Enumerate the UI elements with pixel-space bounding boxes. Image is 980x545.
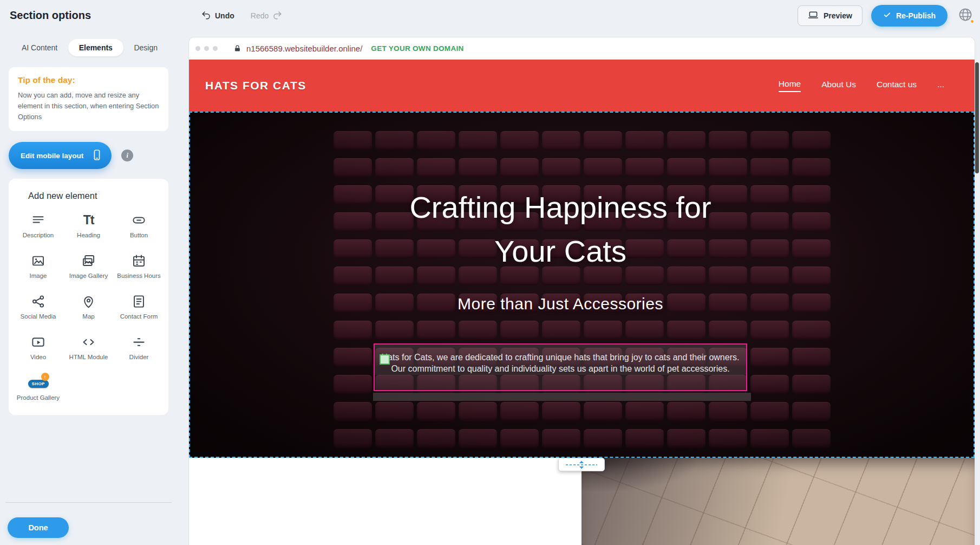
element-label: Heading bbox=[77, 231, 100, 239]
app: Section options Undo Redo Preview bbox=[0, 0, 980, 545]
nav-item-contact-us[interactable]: Contact us bbox=[877, 80, 917, 92]
topbar-actions: Preview Re-Publish bbox=[798, 0, 975, 31]
tab-design[interactable]: Design bbox=[134, 39, 158, 56]
image-icon bbox=[31, 252, 45, 269]
hero-heading[interactable]: Crafting Happiness for Your Cats bbox=[382, 185, 739, 273]
undo-icon bbox=[201, 10, 211, 22]
add-element-map[interactable]: Map bbox=[63, 287, 114, 325]
window-dot bbox=[213, 46, 218, 51]
redo-label: Redo bbox=[251, 11, 269, 20]
info-icon[interactable]: i bbox=[121, 150, 133, 161]
tip-title: Tip of the day: bbox=[18, 75, 159, 85]
divider-icon bbox=[132, 334, 146, 350]
next-section-image bbox=[582, 458, 975, 545]
site-url[interactable]: n1566589.websitebuilder.online/ bbox=[246, 44, 362, 53]
add-element-image[interactable]: Image bbox=[13, 246, 63, 284]
site-header: HATS FOR CATS HomeAbout UsContact us... bbox=[189, 60, 975, 112]
add-element-image-gallery[interactable]: Image Gallery bbox=[63, 246, 114, 284]
element-shadow-bar bbox=[373, 393, 751, 401]
element-grid: DescriptionTtHeadingButtonImageImage Gal… bbox=[13, 205, 164, 406]
site-preview-window: n1566589.websitebuilder.online/ GET YOUR… bbox=[189, 37, 975, 545]
nav-item-home[interactable]: Home bbox=[779, 79, 801, 92]
sidebar-divider bbox=[5, 502, 172, 503]
element-label: Divider bbox=[129, 353, 149, 361]
check-icon bbox=[883, 11, 891, 21]
image-gallery-icon bbox=[81, 252, 96, 269]
element-label: Image bbox=[30, 272, 47, 280]
add-element-panel: Add new element DescriptionTtHeadingButt… bbox=[9, 179, 168, 415]
add-element-social-media[interactable]: Social Media bbox=[13, 287, 63, 325]
tab-ai-content[interactable]: AI Content bbox=[22, 39, 57, 56]
add-element-video[interactable]: Video bbox=[13, 327, 63, 366]
undo-button[interactable]: Undo bbox=[201, 10, 234, 22]
element-label: Video bbox=[30, 353, 46, 361]
element-label: Product Gallery bbox=[17, 394, 60, 402]
hero-section[interactable]: Crafting Happiness for Your Cats More th… bbox=[189, 112, 975, 458]
browser-chrome: n1566589.websitebuilder.online/ GET YOUR… bbox=[189, 37, 975, 60]
preview-label: Preview bbox=[824, 11, 852, 20]
notification-dot bbox=[970, 20, 974, 23]
tip-card: Tip of the day: Now you can add, move an… bbox=[9, 67, 168, 131]
preview-button[interactable]: Preview bbox=[798, 5, 863, 26]
contact-form-icon bbox=[132, 293, 146, 309]
nav-item-more[interactable]: ... bbox=[937, 80, 944, 92]
get-domain-link[interactable]: GET YOUR OWN DOMAIN bbox=[371, 44, 463, 53]
section-options-sidebar: AI ContentElementsDesign Tip of the day:… bbox=[0, 31, 177, 545]
add-element-description[interactable]: Description bbox=[13, 205, 63, 244]
element-label: Button bbox=[130, 231, 148, 239]
done-button[interactable]: Done bbox=[8, 517, 69, 538]
element-label: Image Gallery bbox=[69, 272, 108, 280]
selected-text-element[interactable]: Hats for Cats, we are dedicated to craft… bbox=[374, 343, 747, 391]
video-icon bbox=[31, 334, 45, 350]
add-element-button[interactable]: Button bbox=[114, 205, 164, 244]
hero-subheading[interactable]: More than Just Accessories bbox=[458, 295, 663, 313]
add-element-contact-form[interactable]: Contact Form bbox=[114, 287, 164, 325]
history-controls: Undo Redo bbox=[201, 0, 282, 31]
map-icon bbox=[81, 293, 96, 309]
scrollbar-thumb[interactable] bbox=[975, 62, 979, 173]
hero-content: Crafting Happiness for Your Cats More th… bbox=[189, 112, 975, 458]
add-element-product-gallery[interactable]: SHOP↑Product Gallery bbox=[13, 368, 63, 406]
republish-button[interactable]: Re-Publish bbox=[871, 5, 948, 27]
business-hours-icon bbox=[132, 252, 146, 269]
add-element-heading[interactable]: TtHeading bbox=[63, 205, 114, 244]
republish-label: Re-Publish bbox=[896, 11, 936, 20]
redo-button[interactable]: Redo bbox=[251, 10, 282, 22]
heading-icon: Tt bbox=[83, 212, 94, 228]
tip-body: Now you can add, move and resize any ele… bbox=[18, 90, 159, 122]
tab-elements[interactable]: Elements bbox=[68, 39, 123, 56]
html-module-icon bbox=[81, 334, 96, 350]
element-label: Business Hours bbox=[117, 272, 161, 280]
element-label: Map bbox=[82, 313, 94, 321]
edit-mobile-layout-label: Edit mobile layout bbox=[21, 152, 83, 160]
add-element-divider[interactable]: Divider bbox=[114, 327, 164, 366]
window-dot bbox=[204, 46, 209, 51]
element-label: Contact Form bbox=[120, 313, 158, 321]
section-resize-handle[interactable] bbox=[558, 458, 605, 471]
element-label: Description bbox=[23, 231, 54, 239]
page-title: Section options bbox=[10, 9, 91, 22]
element-corner-handle[interactable] bbox=[380, 354, 390, 365]
hero-paragraph[interactable]: Hats for Cats, we are dedicated to craft… bbox=[375, 345, 746, 375]
social-media-icon bbox=[31, 293, 45, 309]
element-label: Social Media bbox=[21, 313, 56, 321]
window-dot bbox=[195, 46, 200, 51]
element-label: HTML Module bbox=[69, 353, 108, 361]
phone-icon bbox=[91, 149, 103, 163]
site-logo[interactable]: HATS FOR CATS bbox=[205, 79, 306, 92]
preview-monitor-icon bbox=[808, 10, 819, 22]
nav-item-about-us[interactable]: About Us bbox=[821, 80, 856, 92]
description-icon bbox=[31, 212, 45, 228]
edit-mobile-layout-button[interactable]: Edit mobile layout bbox=[9, 142, 112, 169]
button-icon bbox=[132, 212, 146, 228]
undo-label: Undo bbox=[215, 11, 234, 20]
next-section-left bbox=[189, 458, 582, 545]
mobile-layout-row: Edit mobile layout i bbox=[9, 142, 168, 169]
lock-icon bbox=[233, 44, 241, 53]
sidebar-tabs: AI ContentElementsDesign bbox=[22, 39, 158, 56]
add-element-business-hours[interactable]: Business Hours bbox=[114, 246, 164, 284]
language-globe-button[interactable] bbox=[956, 7, 975, 25]
add-element-title: Add new element bbox=[28, 191, 164, 201]
redo-icon bbox=[272, 10, 282, 22]
add-element-html-module[interactable]: HTML Module bbox=[63, 327, 114, 366]
